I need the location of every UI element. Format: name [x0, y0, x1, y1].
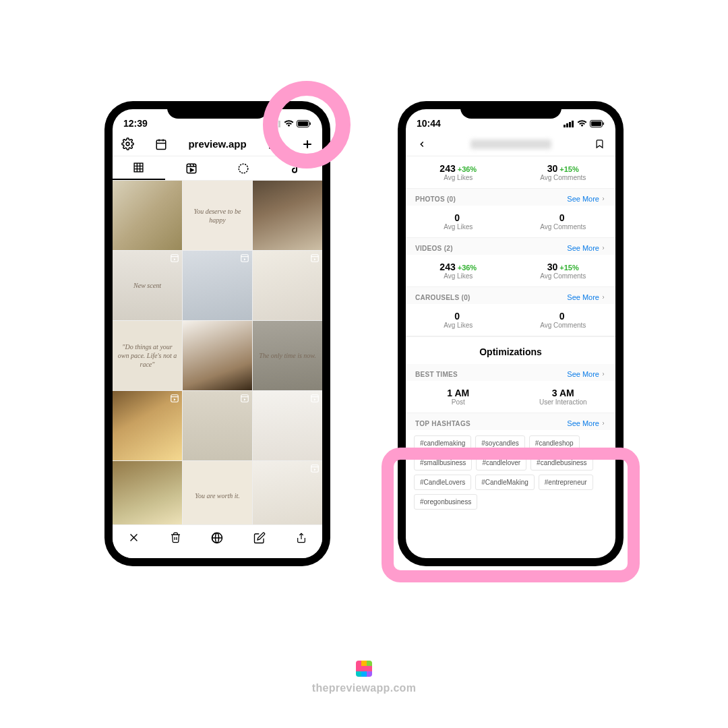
feed-cell[interactable]: New scent	[113, 251, 182, 320]
hashtag-chip[interactable]: #CandleMaking	[475, 475, 535, 490]
feed-cell[interactable]	[183, 251, 252, 320]
svg-rect-14	[276, 142, 278, 148]
avg-likes-stat: 0Avg Likes	[406, 212, 511, 231]
back-icon[interactable]	[415, 138, 429, 151]
wifi-icon	[577, 120, 587, 127]
feed-cell[interactable]: "Do things at your own pace. Life's not …	[113, 321, 182, 390]
avg-likes-stat: 243+36%Avg Likes	[406, 262, 511, 280]
best-times-title: BEST TIMES	[415, 371, 458, 378]
signal-icon	[564, 120, 574, 127]
svg-rect-8	[156, 140, 166, 150]
reel-badge-icon	[240, 253, 249, 263]
reel-badge-icon	[170, 394, 179, 403]
feed-cell[interactable]	[113, 181, 182, 250]
feed-cell[interactable]	[113, 461, 182, 530]
reel-badge-icon	[170, 253, 179, 263]
tab-stories[interactable]	[218, 156, 270, 180]
best-time-interaction: 3 AM User Interaction	[511, 388, 616, 406]
footer-text: thepreviewapp.com	[0, 682, 728, 694]
feed-cell[interactable]	[183, 391, 252, 460]
section-title: PHOTOS (0)	[415, 195, 456, 203]
svg-rect-55	[564, 125, 566, 127]
svg-rect-34	[311, 255, 319, 262]
reel-badge-icon	[310, 394, 320, 403]
add-icon[interactable]	[301, 138, 314, 151]
svg-rect-58	[572, 121, 574, 127]
feed-cell[interactable]	[253, 391, 322, 460]
feed-cell[interactable]: You deserve to be happy	[183, 181, 252, 250]
hashtag-chip[interactable]: #candlemaking	[414, 435, 471, 451]
phone-frame-right: 10:44 243+36% Avg Likes	[398, 101, 624, 566]
cell-quote: You are worth it.	[195, 491, 240, 500]
bookmark-icon[interactable]	[593, 138, 606, 151]
hashtag-chip[interactable]: #oregonbusiness	[414, 494, 477, 510]
svg-rect-3	[278, 121, 280, 127]
battery-icon	[297, 120, 311, 127]
hashtag-chip[interactable]: #smallbusiness	[414, 455, 472, 471]
share-icon[interactable]	[295, 531, 308, 545]
cell-quote: The only time is now.	[259, 351, 316, 360]
content-tabs	[113, 156, 322, 181]
edit-icon[interactable]	[253, 531, 266, 545]
svg-point-7	[126, 142, 129, 146]
cell-quote: "Do things at your own pace. Life's not …	[117, 342, 178, 369]
stats-section-head: PHOTOS (0)See More	[406, 189, 615, 206]
tab-grid[interactable]	[113, 156, 165, 180]
best-time-post: 1 AM Post	[406, 388, 511, 406]
feed-cell[interactable]	[183, 321, 252, 390]
hashtag-chip[interactable]: #soycandles	[475, 435, 525, 451]
phone-notch	[460, 101, 562, 119]
stats-section-head: VIDEOS (2)See More	[406, 238, 615, 255]
avg-comments-stat: 30+15% Avg Comments	[511, 163, 616, 181]
svg-rect-0	[270, 125, 272, 127]
hashtags-list: #candlemaking#soycandles#candleshop#smal…	[406, 430, 615, 520]
home-indicator	[474, 559, 548, 562]
see-more-link[interactable]: See More	[567, 419, 606, 427]
svg-marker-39	[174, 398, 176, 401]
feed-cell[interactable]	[253, 181, 322, 250]
stats-row: 0Avg Likes0Avg Comments	[406, 304, 615, 336]
feed-grid: You deserve to be happyNew scent"Do thin…	[113, 181, 322, 530]
hashtag-chip[interactable]: #candlebusiness	[530, 455, 593, 471]
svg-rect-61	[603, 122, 605, 125]
analytics-icon[interactable]	[267, 138, 280, 151]
feed-cell[interactable]	[113, 391, 182, 460]
calendar-icon[interactable]	[154, 138, 168, 151]
svg-marker-33	[244, 258, 246, 261]
feed-cell[interactable]	[253, 461, 322, 530]
section-title: VIDEOS (2)	[415, 245, 453, 252]
cell-quote: You deserve to be happy	[187, 207, 248, 224]
top-hashtags-title: TOP HASHTAGS	[415, 420, 471, 427]
see-more-link[interactable]: See More	[567, 370, 606, 378]
stats-row: 0Avg Likes0Avg Comments	[406, 206, 615, 238]
phone-screen-left: 12:39 preview.app You des	[113, 109, 322, 558]
account-name-blurred	[471, 140, 551, 149]
hashtag-chip[interactable]: #entrepreneur	[539, 475, 593, 490]
feed-cell[interactable]: The only time is now.	[253, 321, 322, 390]
feed-cell[interactable]: You are worth it.	[183, 461, 252, 530]
tab-reels[interactable]	[165, 156, 218, 180]
app-header: preview.app	[113, 132, 322, 156]
avg-comments-stat: 30+15%Avg Comments	[511, 262, 616, 280]
hashtag-chip[interactable]: #candlelover	[476, 455, 526, 471]
trash-icon[interactable]	[169, 531, 182, 545]
top-hashtags-section-head: TOP HASHTAGS See More	[406, 413, 615, 430]
hashtag-chip[interactable]: #candleshop	[529, 435, 580, 451]
settings-icon[interactable]	[121, 138, 134, 151]
bottom-toolbar	[113, 524, 322, 558]
best-times-section-head: BEST TIMES See More	[406, 364, 615, 381]
close-icon[interactable]	[127, 531, 140, 545]
svg-rect-1	[273, 123, 275, 127]
hashtag-chip[interactable]: #CandleLovers	[414, 475, 471, 490]
svg-rect-43	[311, 395, 319, 402]
feed-cell[interactable]	[253, 251, 322, 320]
see-more-link[interactable]: See More	[567, 293, 606, 301]
see-more-link[interactable]: See More	[567, 195, 606, 203]
tab-tiktok[interactable]	[270, 156, 322, 180]
stats-row: 243+36%Avg Likes30+15%Avg Comments	[406, 255, 615, 287]
see-more-link[interactable]: See More	[567, 244, 606, 252]
svg-rect-60	[591, 121, 601, 126]
filter-icon[interactable]	[210, 531, 224, 545]
avg-comments-stat: 0Avg Comments	[511, 212, 616, 231]
analytics-body: 243+36% Avg Likes 30+15% Avg Comments PH…	[406, 156, 615, 520]
